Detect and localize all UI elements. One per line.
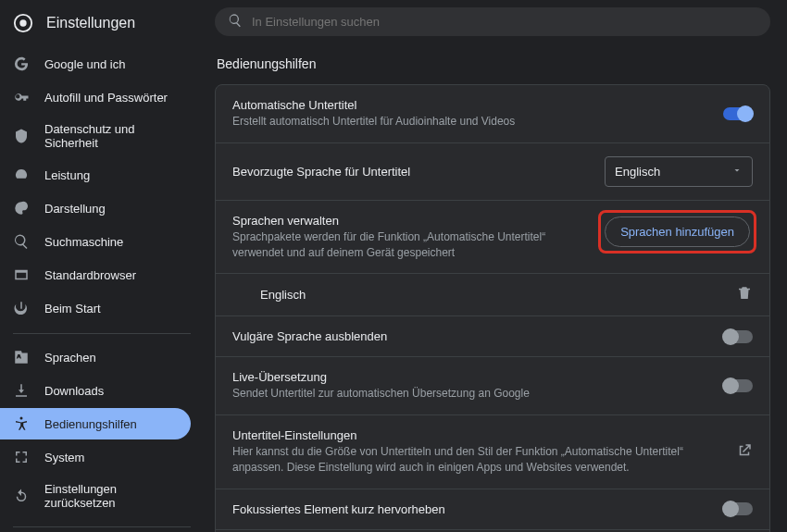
row-desc: Hier kannst du die Größe von Untertiteln… <box>232 444 725 476</box>
delete-language-button[interactable] <box>736 285 753 304</box>
sidebar-item-performance[interactable]: Leistung <box>0 159 191 191</box>
sidebar-item-privacy[interactable]: Datenschutz und Sicherheit <box>0 115 191 157</box>
add-languages-button[interactable]: Sprachen hinzufügen <box>605 217 750 247</box>
language-item-row: Englisch <box>216 274 769 316</box>
chevron-down-icon <box>731 165 743 179</box>
row-caption-prefs[interactable]: Untertitel-Einstellungen Hier kannst du … <box>216 415 769 489</box>
sidebar-item-default-browser[interactable]: Standardbrowser <box>0 259 191 291</box>
sidebar-item-reset[interactable]: Einstellungen zurücksetzen <box>0 475 191 517</box>
row-auto-captions: Automatische Untertitel Erstellt automat… <box>216 85 769 143</box>
sidebar-divider <box>13 333 191 334</box>
row-title: Fokussiertes Element kurz hervorheben <box>232 502 712 516</box>
row-title: Sprachen verwalten <box>232 214 591 228</box>
palette-icon <box>13 200 30 217</box>
row-desc: Erstellt automatisch Untertitel für Audi… <box>232 114 712 130</box>
row-live-translate: Live-Übersetzung Sendet Untertitel zur a… <box>216 357 769 415</box>
sidebar-item-system[interactable]: System <box>0 441 191 473</box>
sidebar-item-downloads[interactable]: Downloads <box>0 375 191 406</box>
annotation-highlight: Sprachen hinzufügen <box>598 210 756 254</box>
sidebar-item-label: Google und ich <box>44 57 178 71</box>
key-icon <box>13 89 30 105</box>
svg-point-2 <box>20 417 23 420</box>
sidebar-item-label: Leistung <box>44 168 178 182</box>
toggle-auto-captions[interactable] <box>723 107 753 120</box>
sidebar-item-label: Sprachen <box>44 351 178 365</box>
sidebar-item-label: Beim Start <box>44 302 178 315</box>
preferred-language-select[interactable]: Englisch <box>605 156 753 187</box>
search-icon <box>228 13 243 31</box>
row-title: Live-Übersetzung <box>232 370 712 384</box>
sidebar-divider <box>13 526 191 527</box>
select-value: Englisch <box>615 165 660 179</box>
row-title: Automatische Untertitel <box>232 98 712 112</box>
sidebar-item-appearance[interactable]: Darstellung <box>0 192 191 224</box>
app-title: Einstellungen <box>46 15 135 31</box>
svg-point-1 <box>19 19 26 26</box>
toggle-focus-highlight[interactable] <box>723 502 753 515</box>
power-icon <box>13 300 30 316</box>
sidebar-item-label: System <box>44 451 178 464</box>
sidebar-item-label: Datenschutz und Sicherheit <box>44 122 178 150</box>
shield-icon <box>13 128 30 144</box>
search-bar[interactable] <box>215 7 770 36</box>
sidebar-item-label: Downloads <box>44 384 178 398</box>
row-preferred-language: Bevorzugte Sprache für Untertitel Englis… <box>216 143 769 201</box>
sidebar-item-label: Darstellung <box>44 202 178 216</box>
language-item-label: Englisch <box>260 288 306 302</box>
sidebar-item-label: Autofill und Passwörter <box>44 91 178 105</box>
google-g-icon <box>13 56 30 72</box>
sidebar-item-accessibility[interactable]: Bedienungshilfen <box>0 408 191 439</box>
translate-icon <box>13 349 30 365</box>
download-icon <box>13 382 30 399</box>
sidebar-item-label: Standardbrowser <box>44 268 178 282</box>
row-desc: Sprachpakete werden für die Funktion „Au… <box>232 229 591 261</box>
sidebar-item-label: Suchmaschine <box>44 235 178 249</box>
section-title: Bedienungshilfen <box>217 56 768 71</box>
row-title: Vulgäre Sprache ausblenden <box>232 329 712 343</box>
sidebar-item-on-startup[interactable]: Beim Start <box>0 292 191 324</box>
row-focus-highlight: Fokussiertes Element kurz hervorheben <box>216 489 769 530</box>
row-desc: Sendet Untertitel zur automatischen Über… <box>232 386 712 402</box>
sidebar-item-languages[interactable]: Sprachen <box>0 341 191 373</box>
search-input[interactable] <box>252 15 757 29</box>
reset-icon <box>13 488 30 504</box>
chrome-logo-icon <box>13 13 33 33</box>
window-icon <box>13 266 30 283</box>
row-title: Bevorzugte Sprache für Untertitel <box>232 165 593 179</box>
sidebar-item-label: Bedienungshilfen <box>44 417 178 431</box>
sidebar-item-google-and-me[interactable]: Google und ich <box>0 48 191 80</box>
toggle-hide-vulgar[interactable] <box>723 330 753 343</box>
sidebar-item-label: Einstellungen zurücksetzen <box>44 482 178 510</box>
toggle-live-translate[interactable] <box>723 379 753 392</box>
open-in-new-icon <box>736 442 753 462</box>
accessibility-icon <box>13 415 30 432</box>
speedometer-icon <box>13 167 30 183</box>
row-manage-languages: Sprachen verwalten Sprachpakete werden f… <box>216 201 769 275</box>
search-icon <box>13 233 30 250</box>
sidebar-item-autofill[interactable]: Autofill und Passwörter <box>0 81 191 113</box>
row-title: Untertitel-Einstellungen <box>232 428 725 442</box>
expand-icon <box>13 449 30 465</box>
sidebar-item-search-engine[interactable]: Suchmaschine <box>0 226 191 257</box>
row-hide-vulgar: Vulgäre Sprache ausblenden <box>216 316 769 357</box>
